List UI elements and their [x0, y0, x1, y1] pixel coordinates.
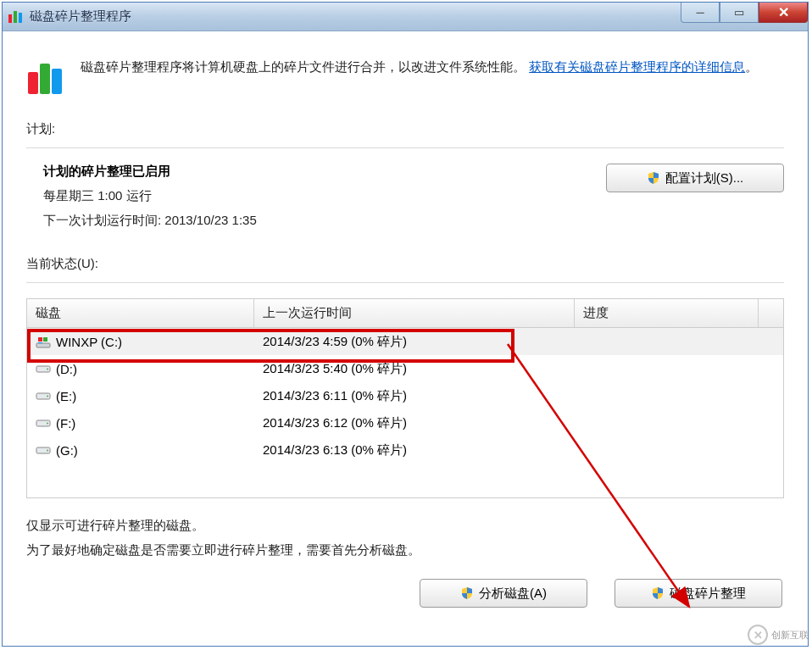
schedule-row: 计划的碎片整理已启用 每星期三 1:00 运行 下一次计划运行时间: 2013/…: [26, 164, 784, 237]
schedule-details: 计划的碎片整理已启用 每星期三 1:00 运行 下一次计划运行时间: 2013/…: [26, 164, 257, 237]
last-run-cell: 2014/3/23 6:11 (0% 碎片): [254, 388, 575, 404]
svg-rect-1: [14, 11, 17, 23]
separator: [26, 147, 784, 148]
shield-icon: [460, 586, 474, 600]
col-last-header[interactable]: 上一次运行时间: [254, 299, 575, 327]
defrag-label: 磁盘碎片整理: [670, 586, 746, 602]
action-buttons: 分析磁盘(A) 磁盘碎片整理: [26, 579, 784, 608]
analyze-button[interactable]: 分析磁盘(A): [420, 579, 587, 608]
shield-icon: [651, 586, 665, 600]
watermark: ✕ 创新互联: [748, 625, 809, 645]
intro-row: 磁盘碎片整理程序将计算机硬盘上的碎片文件进行合并，以改进文件系统性能。 获取有关…: [26, 55, 784, 97]
configure-schedule-button[interactable]: 配置计划(S)...: [606, 164, 784, 192]
minimize-button[interactable]: ─: [681, 3, 720, 23]
titlebar[interactable]: 磁盘碎片整理程序 ─ ▭ ✕: [3, 3, 808, 31]
defrag-window: 磁盘碎片整理程序 ─ ▭ ✕ 磁盘碎片整理程序将计算机硬盘上的碎片文件进行合并，…: [2, 2, 809, 647]
last-run-cell: 2014/3/23 5:40 (0% 碎片): [254, 361, 575, 377]
disk-name: (G:): [56, 443, 78, 458]
intro-pre: 磁盘碎片整理程序将计算机硬盘上的碎片文件进行合并，以改进文件系统性能。: [81, 59, 526, 74]
col-progress-header[interactable]: 进度: [575, 299, 758, 327]
close-button[interactable]: ✕: [759, 3, 808, 23]
separator: [26, 282, 784, 283]
table-row[interactable]: WINXP (C:)2014/3/23 4:59 (0% 碎片): [27, 328, 783, 355]
table-body: WINXP (C:)2014/3/23 4:59 (0% 碎片)(D:)2014…: [27, 328, 783, 497]
window-controls: ─ ▭ ✕: [681, 3, 808, 23]
disk-name: (F:): [56, 416, 75, 431]
maximize-button[interactable]: ▭: [720, 3, 759, 23]
configure-schedule-label: 配置计划(S)...: [665, 170, 744, 186]
last-run-cell: 2014/3/23 6:12 (0% 碎片): [254, 415, 575, 431]
disk-icon: [36, 363, 51, 375]
disk-icon: [36, 390, 51, 402]
schedule-enabled: 计划的碎片整理已启用: [43, 164, 257, 180]
intro-text: 磁盘碎片整理程序将计算机硬盘上的碎片文件进行合并，以改进文件系统性能。 获取有关…: [81, 55, 758, 78]
svg-point-5: [47, 369, 48, 370]
svg-point-11: [47, 450, 48, 452]
last-run-cell: 2014/3/23 6:13 (0% 碎片): [254, 442, 575, 458]
table-row[interactable]: (D:)2014/3/23 5:40 (0% 碎片): [27, 355, 783, 382]
col-spacer: [758, 299, 783, 327]
windows-disk-icon: [36, 336, 51, 347]
shield-icon: [647, 171, 660, 185]
watermark-text: 创新互联: [771, 629, 809, 642]
svg-point-7: [47, 396, 48, 397]
schedule-label: 计划:: [26, 121, 784, 137]
disk-name: (E:): [56, 389, 76, 403]
disk-name: (D:): [56, 362, 77, 376]
svg-point-9: [47, 423, 48, 425]
schedule-run-at: 每星期三 1:00 运行: [43, 188, 257, 204]
content-area: 磁盘碎片整理程序将计算机硬盘上的碎片文件进行合并，以改进文件系统性能。 获取有关…: [3, 31, 808, 608]
table-row[interactable]: (F:)2014/3/23 6:12 (0% 碎片): [27, 409, 783, 436]
disk-icon: [36, 417, 51, 429]
last-run-cell: 2014/3/23 4:59 (0% 碎片): [254, 334, 575, 350]
status-label: 当前状态(U):: [26, 256, 784, 272]
defrag-app-icon: [8, 9, 23, 25]
table-row[interactable]: (G:)2014/3/23 6:13 (0% 碎片): [27, 436, 783, 464]
schedule-next-run: 下一次计划运行时间: 2013/10/23 1:35: [43, 213, 257, 229]
svg-rect-2: [19, 13, 22, 23]
disk-name: WINXP (C:): [56, 335, 122, 349]
note-text: 仅显示可进行碎片整理的磁盘。 为了最好地确定磁盘是否需要立即进行碎片整理，需要首…: [26, 514, 784, 562]
defrag-large-icon: [26, 55, 69, 97]
watermark-icon: ✕: [748, 625, 768, 645]
table-header: 磁盘 上一次运行时间 进度: [27, 299, 783, 328]
svg-rect-0: [8, 14, 12, 23]
defrag-button[interactable]: 磁盘碎片整理: [615, 579, 782, 608]
note-line1: 仅显示可进行碎片整理的磁盘。: [26, 514, 784, 538]
disk-icon: [36, 444, 51, 456]
more-info-link[interactable]: 获取有关磁盘碎片整理程序的详细信息: [529, 59, 745, 74]
window-title: 磁盘碎片整理程序: [30, 8, 131, 25]
analyze-label: 分析磁盘(A): [479, 586, 547, 602]
col-disk-header[interactable]: 磁盘: [27, 299, 254, 327]
disk-table: 磁盘 上一次运行时间 进度 WINXP (C:)2014/3/23 4:59 (…: [26, 298, 784, 498]
table-row[interactable]: (E:)2014/3/23 6:11 (0% 碎片): [27, 382, 783, 409]
note-line2: 为了最好地确定磁盘是否需要立即进行碎片整理，需要首先分析磁盘。: [26, 538, 784, 563]
svg-rect-3: [36, 343, 50, 347]
